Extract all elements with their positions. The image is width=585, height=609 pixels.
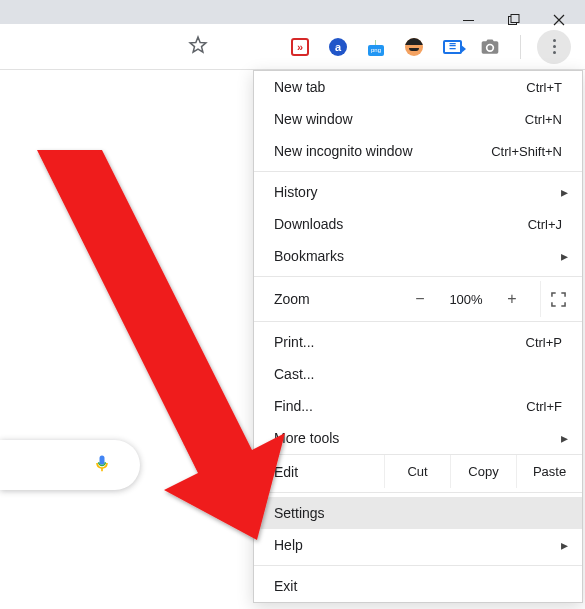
close-button[interactable] bbox=[536, 0, 581, 40]
menu-edit-row: Edit Cut Copy Paste bbox=[254, 454, 582, 488]
chevron-right-icon: ▸ bbox=[561, 430, 568, 446]
edit-copy[interactable]: Copy bbox=[450, 455, 516, 488]
menu-new-tab[interactable]: New tab Ctrl+T bbox=[254, 71, 582, 103]
chevron-right-icon: ▸ bbox=[561, 248, 568, 264]
menu-settings[interactable]: Settings bbox=[254, 497, 582, 529]
menu-bookmarks[interactable]: Bookmarks ▸ bbox=[254, 240, 582, 272]
zoom-value: 100% bbox=[442, 292, 490, 307]
chrome-menu: New tab Ctrl+T New window Ctrl+N New inc… bbox=[253, 70, 583, 603]
menu-cast[interactable]: Cast... bbox=[254, 358, 582, 390]
menu-new-window[interactable]: New window Ctrl+N bbox=[254, 103, 582, 135]
menu-print[interactable]: Print... Ctrl+P bbox=[254, 326, 582, 358]
fullscreen-button[interactable] bbox=[540, 281, 576, 317]
minimize-button[interactable] bbox=[446, 0, 491, 40]
forward-ext-icon[interactable]: » bbox=[290, 37, 310, 57]
menu-more-tools[interactable]: More tools ▸ bbox=[254, 422, 582, 454]
svg-rect-1 bbox=[511, 15, 519, 23]
maximize-button[interactable] bbox=[491, 0, 536, 40]
edit-cut[interactable]: Cut bbox=[384, 455, 450, 488]
menu-history[interactable]: History ▸ bbox=[254, 176, 582, 208]
menu-separator bbox=[254, 171, 582, 172]
vertical-dots-icon bbox=[553, 39, 556, 54]
menu-separator bbox=[254, 492, 582, 493]
zoom-out-button[interactable]: − bbox=[406, 290, 434, 308]
chevron-right-icon: ▸ bbox=[561, 537, 568, 553]
menu-separator bbox=[254, 565, 582, 566]
menu-help[interactable]: Help ▸ bbox=[254, 529, 582, 561]
chevron-right-icon: ▸ bbox=[561, 184, 568, 200]
a-ext-icon[interactable]: a bbox=[328, 37, 348, 57]
edit-paste[interactable]: Paste bbox=[516, 455, 582, 488]
menu-zoom-row: Zoom − 100% + bbox=[254, 281, 582, 317]
window-controls bbox=[446, 0, 585, 40]
menu-separator bbox=[254, 321, 582, 322]
zoom-in-button[interactable]: + bbox=[498, 290, 526, 308]
menu-separator bbox=[254, 276, 582, 277]
annotation-arrow bbox=[7, 140, 287, 550]
menu-downloads[interactable]: Downloads Ctrl+J bbox=[254, 208, 582, 240]
menu-exit[interactable]: Exit bbox=[254, 570, 582, 602]
download-ext-icon[interactable]: ↓png bbox=[366, 37, 386, 57]
face-ext-icon[interactable] bbox=[404, 37, 424, 57]
bookmark-star-icon[interactable] bbox=[188, 35, 208, 59]
page-content: New tab Ctrl+T New window Ctrl+N New inc… bbox=[0, 70, 585, 609]
menu-new-incognito[interactable]: New incognito window Ctrl+Shift+N bbox=[254, 135, 582, 167]
menu-find[interactable]: Find... Ctrl+F bbox=[254, 390, 582, 422]
